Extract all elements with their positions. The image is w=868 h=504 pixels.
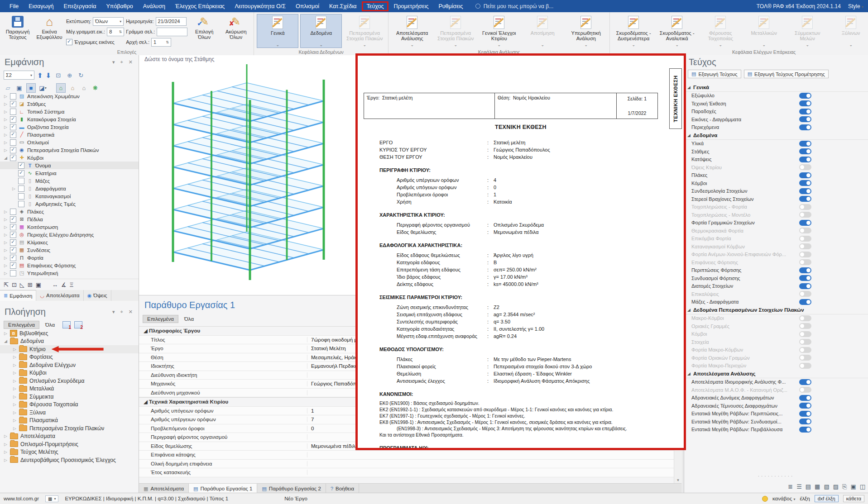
include-toggle[interactable]: [799, 243, 811, 249]
display-tree-item[interactable]: ▷◎Περιοχές Ελέγχου Διάτρησης: [0, 231, 139, 238]
workwindow-2-icon[interactable]: 2: [74, 321, 82, 328]
menu-item-11[interactable]: Προμετρήσεις: [388, 2, 433, 11]
include-toggle[interactable]: [799, 283, 811, 289]
grid-select[interactable]: ▦ ▾: [45, 495, 58, 502]
chapter-button-1[interactable]: Γενικά⌄: [257, 14, 298, 48]
include-toggle[interactable]: [799, 172, 811, 178]
expander-icon[interactable]: ▷: [4, 450, 8, 454]
render-gray-icon[interactable]: ⌂: [80, 84, 88, 92]
expander-icon[interactable]: ◢: [4, 156, 8, 160]
include-toggle[interactable]: [799, 315, 811, 321]
tell-me-box[interactable]: Πείτε μου πως μπορώ να β...: [475, 3, 554, 10]
cover-image-button[interactable]: ⌂ Εικόνα Εξωφύλλου: [34, 14, 64, 48]
menu-item-9[interactable]: Κατ.Σχέδια: [324, 2, 362, 11]
include-toggle[interactable]: [799, 212, 811, 218]
visibility-checkbox[interactable]: [10, 124, 16, 130]
select-polygon-icon[interactable]: ◺: [20, 281, 24, 288]
include-toggle[interactable]: [799, 259, 811, 265]
expander-icon[interactable]: ▷: [13, 363, 17, 367]
nav-item-9[interactable]: ▷Σύμμεικτα: [0, 393, 139, 401]
nav-item-7[interactable]: ▷Οπλισμένο Σκυρόδεμα: [0, 377, 139, 385]
grid-toggle[interactable]: κανάβος ▾: [772, 496, 795, 501]
visibility-checkbox[interactable]: [18, 201, 24, 207]
nav-item-12[interactable]: ▷Πλασματικά: [0, 417, 139, 425]
chapter-button-6[interactable]: Γενικοί Έλεγχοι Κτιρίου⌄: [478, 14, 520, 48]
display-tree-item[interactable]: ▷◪Στάθμες: [0, 100, 139, 108]
visibility-checkbox[interactable]: [18, 170, 24, 176]
include-toggle[interactable]: [799, 411, 811, 417]
nav-item-10[interactable]: ▷Φέρουσα Τοιχοποιία: [0, 401, 139, 409]
document-side-tab[interactable]: ΤΕΧΝΙΚΗ ΕΚΘΕΣΗ: [669, 68, 682, 129]
expander-icon[interactable]: ▷: [13, 379, 17, 383]
nav-item-17[interactable]: ▷Δευτεροβάθμιος Προσεισμικός Έλεγχος: [0, 456, 139, 464]
view-section-icon[interactable]: ◪▾: [38, 84, 47, 92]
print-select[interactable]: Όλων▾: [93, 17, 124, 26]
visibility-checkbox[interactable]: [18, 193, 24, 200]
expander-icon[interactable]: ▷: [4, 148, 8, 152]
scroll-down-icon[interactable]: ▼: [675, 478, 681, 482]
expander-icon[interactable]: ▷: [4, 263, 8, 268]
expander-icon[interactable]: ▷: [4, 225, 8, 229]
include-toggle[interactable]: [799, 379, 811, 385]
expander-icon[interactable]: ▷: [4, 442, 8, 447]
expander-icon[interactable]: ▷: [13, 371, 17, 375]
bottom-tab-3[interactable]: ▤Παράθυρο Εργασίας 2: [257, 484, 326, 494]
expander-icon[interactable]: ▷: [13, 395, 17, 399]
display-tree-item[interactable]: ▯Καταναγκασμοί: [0, 192, 139, 200]
display-tree-item[interactable]: ▯Μάζες: [0, 177, 139, 185]
tab-όψεις[interactable]: ◉Όψεις: [84, 290, 111, 301]
nav-item-2[interactable]: ◢Δεδομένα: [0, 338, 139, 346]
include-toggle[interactable]: [799, 157, 811, 162]
grid-row[interactable]: Επιφάνεια κάτοψης: [139, 451, 681, 460]
nav-item-4[interactable]: ▷Φορτίσεις: [0, 353, 139, 361]
display-tree-item[interactable]: ▷ΠΦορτία: [0, 254, 139, 262]
maximg-stepper[interactable]: 8⇅: [107, 28, 124, 36]
nav-item-11[interactable]: ▷Ξύλινα: [0, 409, 139, 417]
include-toggle[interactable]: [799, 331, 811, 337]
display-tree-item[interactable]: ▷▮Κατακόρυφα Στοιχεία: [0, 115, 139, 123]
menu-item-7[interactable]: Λειτουργικότητα Ο/Σ: [230, 2, 291, 11]
visibility-checkbox[interactable]: [10, 109, 16, 115]
expander-icon[interactable]: ▷: [4, 271, 8, 276]
visibility-checkbox[interactable]: [10, 262, 16, 269]
visibility-checkbox[interactable]: [10, 224, 16, 230]
include-toggle[interactable]: [799, 395, 811, 401]
nav-item-14[interactable]: ▷Αποτελέσματα: [0, 433, 139, 441]
visibility-checkbox[interactable]: [10, 239, 16, 246]
chevron-down-icon[interactable]: ▾: [111, 309, 116, 315]
level-down-icon[interactable]: ⬇: [46, 72, 52, 79]
chapter-button-13[interactable]: Σύμμεικτων Μελών⌄: [786, 14, 828, 48]
nav-item-5[interactable]: ▷Δεδομένα Ελέγχων: [0, 361, 139, 369]
chapter-button-9[interactable]: Σκυροδέματος - Δυσμενέστερα⌄: [613, 14, 654, 48]
chevron-down-icon[interactable]: ▾: [111, 59, 116, 65]
chart-icon[interactable]: ▧: [824, 483, 829, 490]
expander-icon[interactable]: ▷: [4, 248, 8, 252]
expander-icon[interactable]: ▷: [12, 186, 16, 191]
visibility-checkbox[interactable]: [10, 232, 16, 238]
export-doc-icon[interactable]: ▤: [806, 483, 811, 490]
snap-toggle[interactable]: έλξη: [800, 496, 810, 501]
visibility-checkbox[interactable]: [10, 270, 16, 276]
include-toggle[interactable]: [799, 116, 811, 122]
properties-icon[interactable]: ▣: [36, 281, 41, 288]
include-toggle[interactable]: [799, 100, 811, 106]
model-viewport[interactable]: Δώστε το όνομα της Στάθμης: [139, 55, 359, 295]
display-tree-item[interactable]: ▷▦Συνδέσεις: [0, 246, 139, 254]
include-toggle[interactable]: [799, 267, 811, 273]
include-toggle[interactable]: [799, 93, 811, 99]
include-toggle[interactable]: [799, 204, 811, 210]
expander-icon[interactable]: ▷: [13, 402, 17, 407]
display-tree-item[interactable]: ◢✚Κόμβοι: [0, 154, 139, 162]
nav-item-8[interactable]: ▷Μεταλλικά: [0, 385, 139, 393]
hint-bulb-icon[interactable]: [762, 496, 768, 502]
outline-icon[interactable]: ☰: [796, 483, 802, 490]
display-tree-item[interactable]: ▷▤Κλίμακες: [0, 238, 139, 246]
include-toggle[interactable]: [799, 418, 811, 424]
expander-icon[interactable]: ▷: [13, 418, 17, 423]
bottom-tab-4[interactable]: ?Βοήθεια: [326, 484, 359, 494]
date-field[interactable]: 21/3/2024: [156, 17, 187, 26]
grid-row[interactable]: Έτος κατασκευής: [139, 468, 681, 477]
expander-icon[interactable]: ▷: [4, 233, 8, 237]
display-tree-item[interactable]: ▷▦Κοιτόστρωση: [0, 223, 139, 231]
numeric-display-icon[interactable]: Ξ: [70, 281, 73, 288]
